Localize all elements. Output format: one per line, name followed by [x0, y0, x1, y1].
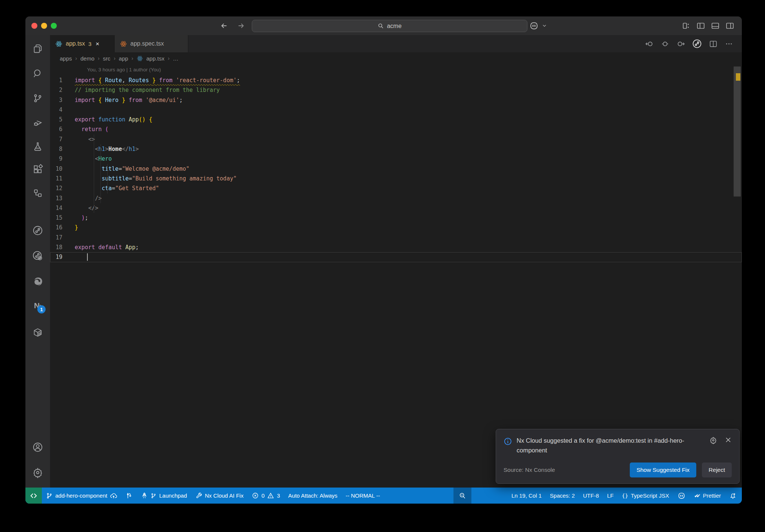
- testing-icon[interactable]: [30, 139, 46, 154]
- breadcrumb-item[interactable]: src: [103, 55, 110, 62]
- notification-toast: Nx Cloud suggested a fix for @acme/demo:…: [496, 429, 740, 484]
- overview-ruler-warning-marker: [736, 73, 740, 81]
- cursor-position-status[interactable]: Ln 19, Col 1: [507, 488, 546, 504]
- remote-icon: [30, 492, 38, 500]
- code-line[interactable]: 11 subtitle="Build something amazing tod…: [50, 174, 742, 183]
- scrollbar-slider[interactable]: [734, 66, 741, 197]
- toggle-secondary-sidebar-icon[interactable]: [725, 21, 734, 30]
- search-value: acme: [387, 23, 402, 30]
- code-line[interactable]: 3import { Hero } from '@acme/ui';: [50, 95, 742, 105]
- prev-change-icon[interactable]: [645, 39, 654, 49]
- cloud-upload-icon: [110, 492, 117, 499]
- back-icon[interactable]: [219, 21, 229, 31]
- next-change-icon[interactable]: [676, 39, 685, 49]
- search-sidebar-icon[interactable]: [30, 66, 46, 81]
- vim-mode-status[interactable]: -- NORMAL --: [341, 488, 384, 504]
- customize-layout-icon[interactable]: [682, 21, 691, 30]
- code-line[interactable]: 15 );: [50, 213, 742, 223]
- split-editor-icon[interactable]: [709, 39, 718, 49]
- git-branch-status[interactable]: add-hero-component: [42, 488, 121, 504]
- code-line[interactable]: 2// importing the component from the lib…: [50, 85, 742, 95]
- line-number: 11: [50, 174, 75, 183]
- problems-status[interactable]: 0 3: [248, 488, 284, 504]
- command-center-search[interactable]: acme: [252, 20, 527, 32]
- code-text: <Hero: [75, 154, 112, 164]
- code-line[interactable]: 9 <Hero: [50, 154, 742, 164]
- editor-scrollbar[interactable]: [733, 64, 741, 488]
- notification-close-icon[interactable]: [725, 436, 732, 443]
- prettier-status[interactable]: ✔✔ Prettier: [690, 488, 725, 504]
- warning-icon: [267, 492, 274, 499]
- eol-status[interactable]: LF: [603, 488, 618, 504]
- code-text: <>: [75, 134, 95, 144]
- code-text: import { Route, Routes } from 'react-rou…: [75, 75, 240, 85]
- extensions-icon[interactable]: [30, 161, 46, 177]
- code-text: return (: [75, 124, 108, 134]
- line-number: 4: [50, 105, 75, 115]
- commit-graph-circle-icon[interactable]: [30, 223, 46, 238]
- code-line[interactable]: 17: [50, 233, 742, 242]
- run-debug-icon[interactable]: [30, 114, 46, 130]
- close-tab-icon[interactable]: ×: [96, 41, 99, 47]
- editor[interactable]: You, 3 hours ago | 1 author (You) 1impor…: [50, 64, 742, 488]
- source-control-icon[interactable]: [30, 90, 46, 106]
- code-line[interactable]: 18export default App;: [50, 242, 742, 252]
- graph-inspect-icon[interactable]: [30, 248, 46, 264]
- indentation-status[interactable]: Spaces: 2: [546, 488, 579, 504]
- explorer-icon[interactable]: [30, 41, 46, 56]
- launchpad-status[interactable]: Launchpad: [137, 488, 191, 504]
- more-actions-icon[interactable]: [724, 39, 734, 49]
- breadcrumb-item[interactable]: apps: [60, 55, 72, 62]
- remote-indicator[interactable]: [25, 488, 42, 504]
- run-graph-icon[interactable]: [692, 38, 702, 49]
- tab-app-spec-tsx[interactable]: app.spec.tsx: [115, 35, 188, 52]
- breadcrumb-item[interactable]: app: [119, 55, 128, 62]
- zoom-out-status[interactable]: [453, 488, 471, 504]
- reject-button[interactable]: Reject: [702, 463, 732, 477]
- copilot-status[interactable]: [673, 488, 690, 504]
- minimize-window-button[interactable]: [41, 23, 47, 29]
- project-hierarchy-icon[interactable]: [30, 186, 46, 201]
- code-line[interactable]: 7 <>: [50, 134, 742, 144]
- tab-app-tsx[interactable]: app.tsx 3 ×: [50, 35, 115, 52]
- code-line[interactable]: 19: [50, 252, 742, 262]
- line-number: 12: [50, 183, 75, 193]
- code-line[interactable]: 8 <h1>Home</h1>: [50, 144, 742, 154]
- show-suggested-fix-button[interactable]: Show Suggested Fix: [630, 463, 696, 477]
- commit-graph-status[interactable]: [121, 488, 137, 504]
- language-mode-status[interactable]: {} TypeScript JSX: [618, 488, 673, 504]
- code-line[interactable]: 14 </>: [50, 203, 742, 213]
- toggle-primary-sidebar-icon[interactable]: [696, 21, 705, 30]
- breadcrumb-symbol[interactable]: …: [173, 55, 179, 62]
- edge-browser-icon[interactable]: [30, 273, 46, 289]
- code-lines: 1import { Route, Routes } from 'react-ro…: [50, 75, 742, 262]
- nx-cloud-ai-fix-status[interactable]: Nx Cloud AI Fix: [191, 488, 248, 504]
- breadcrumb-file[interactable]: app.tsx: [146, 55, 164, 62]
- code-line[interactable]: 4: [50, 105, 742, 115]
- code-line[interactable]: 13 />: [50, 194, 742, 203]
- code-text: </>: [75, 203, 98, 213]
- breadcrumb-item[interactable]: demo: [80, 55, 95, 62]
- line-number: 18: [50, 242, 75, 252]
- code-line[interactable]: 6 return (: [50, 124, 742, 134]
- changes-icon[interactable]: [660, 39, 670, 49]
- settings-gear-icon[interactable]: [30, 465, 46, 480]
- forward-icon[interactable]: [236, 21, 246, 31]
- code-line[interactable]: 16}: [50, 223, 742, 232]
- gitlens-blame[interactable]: You, 3 hours ago | 1 author (You): [87, 67, 161, 72]
- account-icon[interactable]: [30, 439, 46, 455]
- close-window-button[interactable]: [31, 23, 37, 29]
- notifications-bell[interactable]: [725, 488, 742, 504]
- toggle-panel-icon[interactable]: [711, 21, 720, 30]
- encoding-status[interactable]: UTF-8: [579, 488, 603, 504]
- code-line[interactable]: 10 title="Welcmoe @acme/demo": [50, 164, 742, 174]
- code-line[interactable]: 12 cta="Get Started": [50, 183, 742, 193]
- auto-attach-status[interactable]: Auto Attach: Always: [284, 488, 342, 504]
- zoom-window-button[interactable]: [51, 23, 57, 29]
- nx-console-icon[interactable]: N› 1: [30, 298, 46, 313]
- package-icon[interactable]: [30, 325, 46, 340]
- copilot-menu[interactable]: [529, 21, 547, 31]
- code-line[interactable]: 1import { Route, Routes } from 'react-ro…: [50, 75, 742, 85]
- code-line[interactable]: 5export function App() {: [50, 115, 742, 124]
- notification-settings-gear-icon[interactable]: [709, 436, 717, 444]
